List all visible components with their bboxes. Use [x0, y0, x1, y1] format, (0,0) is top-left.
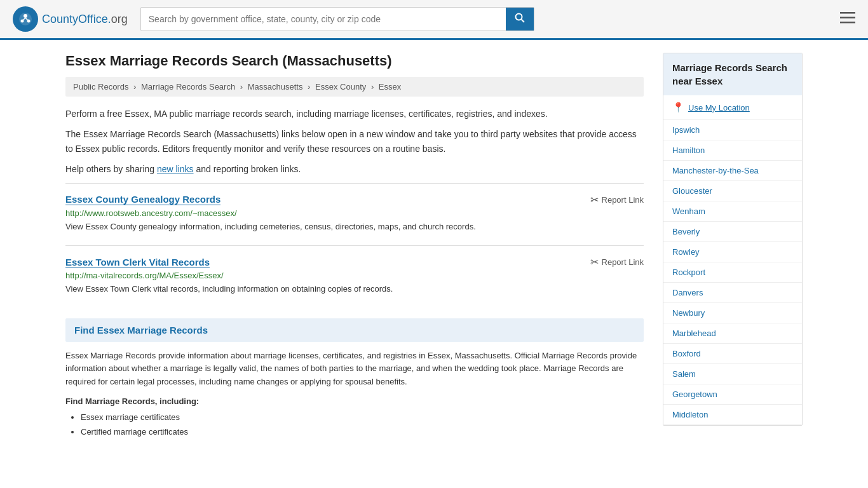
- breadcrumb-massachusetts[interactable]: Massachusetts: [248, 82, 303, 92]
- intro-paragraph-1: Perform a free Essex, MA public marriage…: [65, 107, 644, 121]
- sidebar-item-ipswich: Ipswich: [663, 120, 802, 140]
- record-url-0[interactable]: http://www.rootsweb.ancestry.com/~macess…: [65, 208, 644, 218]
- record-title-0[interactable]: Essex County Genealogy Records: [65, 194, 220, 205]
- sidebar-link-13[interactable]: Georgetown: [663, 384, 802, 404]
- breadcrumb: Public Records › Marriage Records Search…: [65, 77, 644, 97]
- find-description: Essex Marriage Records provide informati…: [65, 349, 644, 389]
- sidebar-item-salem: Salem: [663, 364, 802, 384]
- sidebar-link-10[interactable]: Marblehead: [663, 323, 802, 343]
- svg-rect-10: [840, 17, 855, 19]
- svg-rect-11: [840, 22, 855, 24]
- find-section-heading: Find Essex Marriage Records: [74, 325, 635, 336]
- breadcrumb-marriage-records-search[interactable]: Marriage Records Search: [141, 82, 235, 92]
- sidebar-item-wenham: Wenham: [663, 201, 802, 222]
- search-bar: [140, 7, 534, 31]
- find-list: Essex marriage certificates Certified ma…: [65, 410, 644, 440]
- sidebar-link-8[interactable]: Danvers: [663, 283, 802, 302]
- find-list-item-1: Certified marriage certificates: [81, 424, 644, 439]
- sidebar-link-11[interactable]: Boxford: [663, 344, 802, 363]
- svg-point-2: [24, 14, 27, 18]
- record-card-header-0: Essex County Genealogy Records ✂ Report …: [65, 194, 644, 206]
- report-icon-0: ✂: [590, 194, 599, 206]
- record-title-1[interactable]: Essex Town Clerk Vital Records: [65, 257, 210, 268]
- sidebar-link-4[interactable]: Wenham: [663, 201, 802, 221]
- sidebar-item-danvers: Danvers: [663, 283, 802, 303]
- find-section: Find Essex Marriage Records: [65, 318, 644, 342]
- sidebar-link-5[interactable]: Beverly: [663, 222, 802, 241]
- sidebar-link-0[interactable]: Ipswich: [663, 120, 802, 140]
- logo-area[interactable]: CountyOffice.org: [13, 6, 128, 32]
- sidebar: Marriage Records Search near Essex 📍 Use…: [663, 53, 803, 440]
- logo-icon: [13, 6, 38, 32]
- sidebar-item-rockport: Rockport: [663, 262, 802, 283]
- intro-paragraph-3: Help others by sharing new links and rep…: [65, 162, 644, 176]
- sidebar-item-manchester-by-the-sea: Manchester-by-the-Sea: [663, 161, 802, 181]
- record-card-header-1: Essex Town Clerk Vital Records ✂ Report …: [65, 256, 644, 268]
- record-url-1[interactable]: http://ma-vitalrecords.org/MA/Essex/Esse…: [65, 271, 644, 280]
- sidebar-nearby-list: IpswichHamiltonManchester-by-the-SeaGlou…: [663, 120, 802, 425]
- sidebar-link-14[interactable]: Middleton: [663, 405, 802, 424]
- sidebar-link-7[interactable]: Rockport: [663, 262, 802, 282]
- page-title: Essex Marriage Records Search (Massachus…: [65, 53, 644, 69]
- report-label-1: Report Link: [602, 257, 644, 267]
- record-desc-1: View Essex Town Clerk vital records, inc…: [65, 283, 644, 295]
- breadcrumb-essex[interactable]: Essex: [379, 82, 401, 92]
- sidebar-heading: Marriage Records Search near Essex: [663, 53, 802, 95]
- sidebar-link-2[interactable]: Manchester-by-the-Sea: [663, 161, 802, 180]
- sidebar-item-newbury: Newbury: [663, 303, 802, 323]
- report-link-button-1[interactable]: ✂ Report Link: [590, 256, 644, 268]
- sidebar-link-12[interactable]: Salem: [663, 364, 802, 384]
- svg-point-7: [515, 14, 522, 20]
- svg-line-8: [521, 20, 524, 23]
- sidebar-link-9[interactable]: Newbury: [663, 303, 802, 323]
- report-icon-1: ✂: [590, 256, 599, 268]
- sidebar-item-marblehead: Marblehead: [663, 323, 802, 344]
- header: CountyOffice.org: [0, 0, 868, 40]
- find-list-item-0: Essex marriage certificates: [81, 410, 644, 424]
- sidebar-link-3[interactable]: Gloucester: [663, 181, 802, 201]
- use-location-text: Use My Location: [688, 103, 750, 112]
- content-area: Essex Marriage Records Search (Massachus…: [65, 53, 644, 440]
- intro-paragraph-2: The Essex Marriage Records Search (Massa…: [65, 127, 644, 156]
- find-including-label: Find Marriage Records, including:: [65, 396, 644, 406]
- sidebar-item-gloucester: Gloucester: [663, 181, 802, 201]
- sidebar-item-georgetown: Georgetown: [663, 384, 802, 405]
- breadcrumb-public-records[interactable]: Public Records: [73, 82, 128, 92]
- sidebar-item-rowley: Rowley: [663, 242, 802, 262]
- main-layout: Essex Marriage Records Search (Massachus…: [53, 40, 815, 452]
- use-location-button[interactable]: 📍 Use My Location: [663, 95, 802, 120]
- report-link-button-0[interactable]: ✂ Report Link: [590, 194, 644, 206]
- menu-button[interactable]: [840, 11, 855, 27]
- sidebar-item-boxford: Boxford: [663, 344, 802, 364]
- sidebar-link-6[interactable]: Rowley: [663, 242, 802, 262]
- record-card-1: Essex Town Clerk Vital Records ✂ Report …: [65, 245, 644, 306]
- logo-text: CountyOffice.org: [42, 13, 128, 26]
- sidebar-item-hamilton: Hamilton: [663, 140, 802, 161]
- record-desc-0: View Essex County genealogy information,…: [65, 220, 644, 233]
- search-button[interactable]: [506, 8, 534, 30]
- search-input[interactable]: [141, 9, 506, 29]
- record-card-0: Essex County Genealogy Records ✂ Report …: [65, 183, 644, 243]
- sidebar-item-beverly: Beverly: [663, 222, 802, 242]
- location-pin-icon: 📍: [672, 102, 684, 113]
- new-links-link[interactable]: new links: [157, 164, 194, 174]
- report-label-0: Report Link: [602, 195, 644, 205]
- svg-rect-9: [840, 12, 855, 14]
- sidebar-item-middleton: Middleton: [663, 405, 802, 425]
- sidebar-link-1[interactable]: Hamilton: [663, 140, 802, 160]
- breadcrumb-essex-county[interactable]: Essex County: [315, 82, 366, 92]
- sidebar-box: Marriage Records Search near Essex 📍 Use…: [663, 53, 803, 426]
